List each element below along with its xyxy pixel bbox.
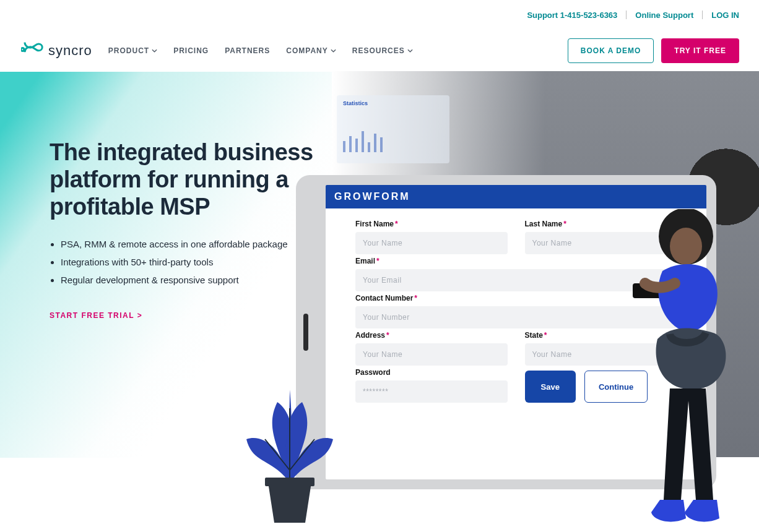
nav-partners[interactable]: PARTNERS bbox=[225, 46, 270, 55]
save-button[interactable]: Save bbox=[525, 371, 576, 403]
stat-bar bbox=[374, 134, 376, 152]
person-illustration bbox=[627, 209, 750, 531]
nav-label: PARTNERS bbox=[225, 46, 270, 55]
stat-bar bbox=[343, 141, 345, 152]
hero-bullet: Regular development & responsive support bbox=[61, 275, 322, 285]
hero-bullet: PSA, RMM & remote access in one affordab… bbox=[61, 239, 322, 249]
nav-label: PRODUCT bbox=[108, 46, 149, 55]
online-support-link[interactable]: Online Support bbox=[635, 11, 693, 20]
tablet-home-button bbox=[303, 314, 308, 351]
chevron-down-icon bbox=[152, 49, 157, 53]
stats-bars bbox=[343, 127, 443, 152]
logo[interactable]: syncro bbox=[21, 40, 92, 61]
address-field: Address* bbox=[355, 331, 508, 366]
main-nav: PRODUCT PRICING PARTNERS COMPANY RESOURC… bbox=[108, 46, 413, 55]
nav-company[interactable]: COMPANY bbox=[286, 46, 336, 55]
hero-title: The integrated business platform for run… bbox=[50, 139, 322, 220]
nav-label: COMPANY bbox=[286, 46, 327, 55]
svg-rect-0 bbox=[265, 478, 314, 486]
header: syncro PRODUCT PRICING PARTNERS COMPANY … bbox=[0, 30, 759, 72]
chevron-down-icon bbox=[331, 49, 336, 53]
stat-bar bbox=[368, 142, 370, 152]
nav-product[interactable]: PRODUCT bbox=[108, 46, 157, 55]
stats-title: Statistics bbox=[343, 100, 443, 106]
divider bbox=[626, 11, 627, 19]
logo-icon bbox=[21, 40, 43, 61]
start-free-trial-link[interactable]: START FREE TRIAL > bbox=[50, 311, 322, 320]
address-input[interactable] bbox=[355, 343, 508, 366]
stat-bar bbox=[380, 137, 383, 152]
nav-resources[interactable]: RESOURCES bbox=[352, 46, 413, 55]
chevron-down-icon bbox=[407, 49, 413, 53]
try-free-button[interactable]: TRY IT FREE bbox=[661, 38, 739, 63]
header-cta-row: BOOK A DEMO TRY IT FREE bbox=[568, 38, 739, 63]
password-input[interactable] bbox=[355, 380, 508, 403]
address-label: Address* bbox=[355, 331, 508, 340]
plant-illustration bbox=[234, 371, 345, 526]
hero-copy: The integrated business platform for run… bbox=[50, 139, 322, 320]
hero-bullet: Integrations with 50+ third-party tools bbox=[61, 257, 322, 267]
stats-overlay: Statistics bbox=[337, 95, 449, 163]
nav-label: PRICING bbox=[173, 46, 209, 55]
stat-bar bbox=[349, 136, 352, 152]
stat-bar bbox=[362, 131, 364, 152]
form-header: GROWFORM bbox=[326, 185, 706, 208]
support-phone-link[interactable]: Support 1-415-523-6363 bbox=[527, 11, 617, 20]
first-name-label: First Name* bbox=[355, 220, 508, 228]
divider bbox=[702, 11, 703, 19]
login-link[interactable]: LOG IN bbox=[711, 11, 739, 20]
svg-point-2 bbox=[670, 228, 702, 265]
password-label: Password bbox=[355, 368, 508, 377]
nav-pricing[interactable]: PRICING bbox=[173, 46, 209, 55]
nav-label: RESOURCES bbox=[352, 46, 405, 55]
first-name-field: First Name* bbox=[355, 220, 508, 254]
hero-bullets: PSA, RMM & remote access in one affordab… bbox=[50, 239, 322, 285]
logo-text: syncro bbox=[48, 43, 92, 59]
password-field: Password bbox=[355, 368, 508, 403]
book-demo-button[interactable]: BOOK A DEMO bbox=[568, 38, 654, 63]
first-name-input[interactable] bbox=[355, 232, 508, 254]
stat-bar bbox=[355, 139, 358, 152]
utility-bar: Support 1-415-523-6363 Online Support LO… bbox=[0, 0, 759, 30]
plant-pot bbox=[265, 478, 314, 523]
